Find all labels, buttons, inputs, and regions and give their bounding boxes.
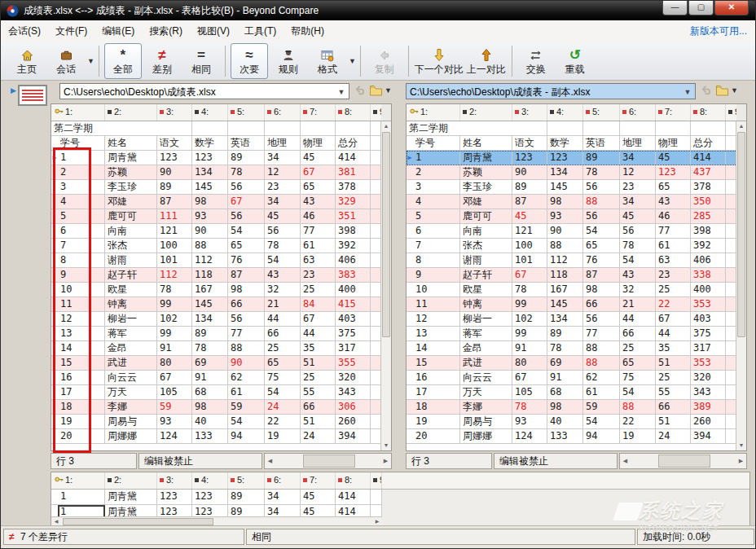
grid-cell[interactable]: 93: [157, 415, 192, 429]
column-header-5[interactable]: 5:: [228, 104, 265, 121]
row-marker[interactable]: [407, 283, 413, 297]
grid-cell[interactable]: [691, 121, 726, 136]
grid-cell[interactable]: 94: [583, 429, 620, 444]
grid-cell[interactable]: 118: [192, 268, 228, 283]
grid-cell[interactable]: 76: [583, 253, 620, 268]
table-row[interactable]: 12柳岩一102134564467403: [51, 312, 382, 327]
scroll-right-icon[interactable]: ▶: [736, 454, 746, 468]
grid-cell[interactable]: 邓婕: [460, 195, 512, 209]
grid-cell[interactable]: 145: [547, 297, 583, 312]
grid-cell[interactable]: 22: [656, 297, 691, 312]
grid-cell[interactable]: 78: [512, 400, 547, 415]
grid-cell[interactable]: 89: [157, 180, 192, 195]
grid-cell[interactable]: 32: [265, 283, 301, 297]
grid-cell[interactable]: 99: [512, 327, 547, 341]
grid-cell[interactable]: 45: [301, 490, 336, 505]
grid-cell[interactable]: 鹿可可: [460, 209, 512, 224]
grid-cell[interactable]: 24: [656, 429, 691, 444]
table-row[interactable]: 13蒋军9989776644375: [51, 327, 382, 341]
grid-cell[interactable]: [301, 121, 336, 136]
grid-cell[interactable]: 68: [192, 385, 228, 400]
grid-cell[interactable]: 88: [547, 239, 583, 253]
grid-cell[interactable]: 100: [512, 239, 547, 253]
grid-cell[interactable]: 123: [192, 151, 228, 165]
table-row[interactable]: 4邓婕8798883443350: [407, 195, 737, 209]
grid-cell[interactable]: 145: [192, 180, 228, 195]
left-horizontal-scrollbar[interactable]: ◀ ▶: [264, 453, 392, 469]
column-header-6[interactable]: 6:: [265, 472, 301, 489]
table-row[interactable]: 8谢雨101112765463406: [407, 253, 737, 268]
grid-cell[interactable]: 343: [691, 385, 726, 400]
grid-cell[interactable]: 谢雨: [460, 253, 512, 268]
grid-cell[interactable]: 43: [620, 268, 656, 283]
grid-cell[interactable]: 柳岩一: [460, 312, 512, 327]
grid-cell[interactable]: [336, 121, 371, 136]
grid-cell[interactable]: 65: [265, 356, 301, 371]
column-header-7[interactable]: 7:: [656, 104, 691, 121]
grid-cell[interactable]: 16: [413, 371, 460, 385]
grid-cell[interactable]: 15: [413, 356, 460, 371]
right-vertical-scrollbar[interactable]: ▲ ▼: [736, 121, 746, 450]
grid-cell[interactable]: 91: [547, 371, 583, 385]
grid-cell[interactable]: 306: [336, 400, 371, 415]
grid-cell[interactable]: 56: [620, 224, 656, 239]
grid-cell[interactable]: 121: [157, 224, 192, 239]
grid-cell[interactable]: 123: [512, 151, 547, 165]
grid-cell[interactable]: 李玉珍: [105, 180, 157, 195]
grid-cell[interactable]: 12: [265, 165, 301, 180]
grid-cell[interactable]: 406: [336, 253, 371, 268]
grid-cell[interactable]: 56: [583, 180, 620, 195]
grid-cell[interactable]: 98: [192, 400, 228, 415]
grid-cell[interactable]: 地理: [620, 136, 656, 151]
table-row[interactable]: 14金昂9178882535317: [407, 341, 737, 356]
grid-cell[interactable]: 89: [228, 151, 265, 165]
grid-cell[interactable]: 56: [228, 180, 265, 195]
grid-cell[interactable]: 54: [265, 253, 301, 268]
grid-cell[interactable]: 张杰: [105, 239, 157, 253]
update-available-link[interactable]: 新版本可用...: [690, 20, 747, 42]
row-marker[interactable]: [407, 429, 413, 444]
grid-cell[interactable]: 102: [512, 312, 547, 327]
row-marker[interactable]: [407, 195, 413, 209]
grid-cell[interactable]: 111: [157, 209, 192, 224]
grid-cell[interactable]: 91: [192, 371, 228, 385]
grid-cell[interactable]: 金昂: [460, 341, 512, 356]
grid-cell[interactable]: 周娜娜: [105, 429, 157, 444]
grid-cell[interactable]: 物理: [656, 136, 691, 151]
table-row[interactable]: 13蒋军9989776644375: [407, 327, 737, 341]
grid-cell[interactable]: 苏颖: [105, 165, 157, 180]
column-header-9[interactable]: 9:: [371, 104, 382, 121]
table-row[interactable]: 3李玉珍89145562365378: [51, 180, 382, 195]
grid-cell[interactable]: 93: [192, 209, 228, 224]
table-row[interactable]: 16向云云6791627525320: [407, 371, 737, 385]
grid-cell[interactable]: 91: [157, 341, 192, 356]
grid-cell[interactable]: 56: [583, 312, 620, 327]
table-row[interactable]: 11钟离99145662122353: [407, 297, 737, 312]
grid-cell[interactable]: 9: [413, 268, 460, 283]
grid-cell[interactable]: 260: [336, 415, 371, 429]
menu-item-5[interactable]: 工具(T): [237, 20, 284, 42]
table-row[interactable]: 20周娜娜124133941924394: [407, 429, 737, 444]
toolbar-button-格式[interactable]: 格式: [309, 43, 346, 79]
scroll-thumb[interactable]: [382, 132, 390, 337]
grid-cell[interactable]: 65: [620, 356, 656, 371]
grid-cell[interactable]: 260: [691, 415, 726, 429]
row-marker[interactable]: [407, 371, 413, 385]
grid-cell[interactable]: 柳岩一: [105, 312, 157, 327]
grid-cell[interactable]: 40: [192, 415, 228, 429]
grid-cell[interactable]: 语文: [157, 136, 192, 151]
grid-cell[interactable]: 112: [157, 268, 192, 283]
grid-cell[interactable]: 59: [583, 400, 620, 415]
grid-cell[interactable]: 周娜娜: [460, 429, 512, 444]
row-marker[interactable]: [407, 356, 413, 371]
grid-cell[interactable]: 5: [413, 209, 460, 224]
grid-cell[interactable]: 118: [547, 268, 583, 283]
grid-cell[interactable]: 向南: [105, 224, 157, 239]
table-row[interactable]: 17万天10568615455343: [407, 385, 737, 400]
grid-cell[interactable]: 11: [413, 297, 460, 312]
grid-cell[interactable]: 90: [547, 224, 583, 239]
detail-row[interactable]: 1周青黛123123893445414: [51, 490, 382, 505]
grid-cell[interactable]: 19: [413, 415, 460, 429]
grid-cell[interactable]: 35: [656, 341, 691, 356]
grid-cell[interactable]: 40: [547, 415, 583, 429]
